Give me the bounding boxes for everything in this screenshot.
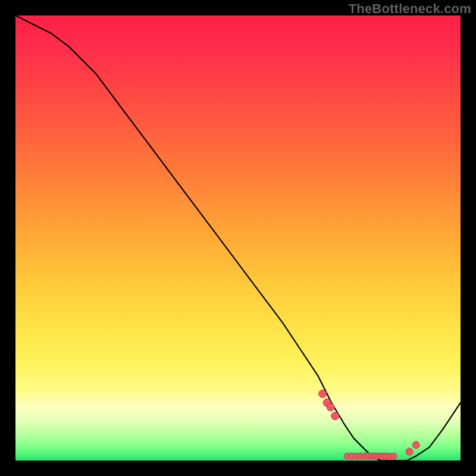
curve-svg [15,15,461,461]
highlight-dot [319,390,327,397]
bottleneck-curve [15,15,461,461]
highlight-dots [319,390,420,459]
watermark-text: TheBottleneck.com [349,1,471,17]
chart-frame: TheBottleneck.com [0,0,476,476]
highlight-dot [406,448,413,455]
highlight-dot [327,403,334,411]
highlight-dot [391,453,397,459]
plot-area [15,15,461,461]
highlight-dot [331,412,339,420]
highlight-dot [412,441,419,449]
